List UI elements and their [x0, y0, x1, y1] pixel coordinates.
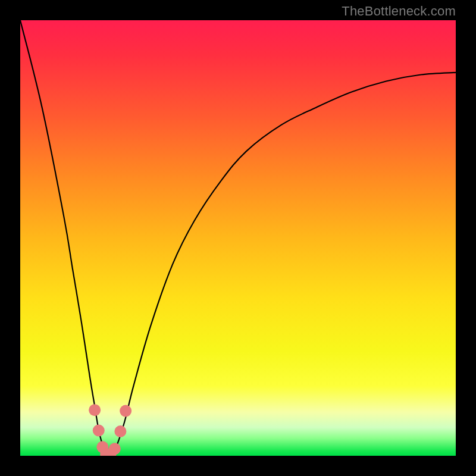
highlight-dot	[120, 405, 131, 417]
chart-plot-area	[20, 20, 456, 456]
bottleneck-curve	[20, 20, 456, 456]
highlight-dot	[93, 425, 105, 437]
chart-frame: TheBottleneck.com	[0, 0, 476, 476]
watermark-text: TheBottleneck.com	[342, 4, 456, 19]
highlight-dot	[114, 425, 126, 437]
highlight-dot	[109, 443, 121, 455]
highlight-dot	[89, 404, 101, 416]
highlight-dots-group	[89, 404, 131, 456]
chart-svg	[20, 20, 456, 456]
